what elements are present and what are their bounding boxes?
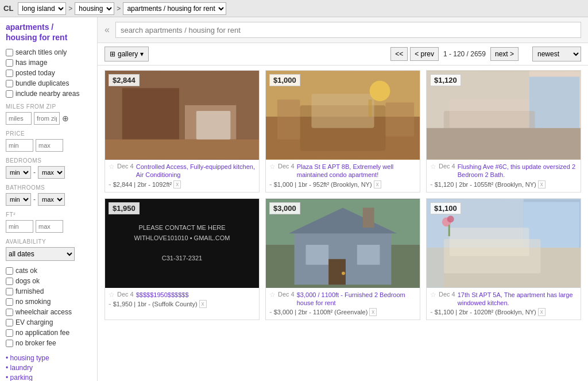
- filter-posted-today[interactable]: posted today: [6, 69, 91, 77]
- bath-min-select[interactable]: min: [6, 193, 31, 206]
- listing-title[interactable]: Controlled Access, Fully-equipped kitche…: [136, 163, 256, 179]
- filter-has-image[interactable]: has image: [6, 59, 91, 67]
- svg-rect-33: [450, 228, 529, 256]
- filter-wheelchair[interactable]: wheelchair access: [6, 308, 91, 316]
- prev-prev-button[interactable]: <<: [390, 47, 408, 61]
- topbar: CL long island > housing > apartments / …: [0, 0, 588, 17]
- listing-title[interactable]: Plaza St E APT 8B, Extremely well mainta…: [297, 163, 416, 179]
- wheelchair-checkbox[interactable]: [6, 309, 13, 316]
- price-max-input[interactable]: [36, 139, 63, 152]
- price-min-input[interactable]: [6, 139, 33, 152]
- has-image-checkbox[interactable]: [6, 59, 13, 67]
- listing-price: $1,120: [430, 74, 461, 86]
- listing-star[interactable]: ☆: [269, 163, 276, 171]
- filter-no-smoking[interactable]: no smoking: [6, 298, 91, 306]
- listing-card[interactable]: $1,000 ☆ Dec 4 Plaza St E APT 8B, Extrem…: [265, 70, 420, 193]
- listing-image-wrapper: $1,120: [427, 71, 581, 160]
- listing-title[interactable]: Flushing Ave #6C, this update oversized …: [458, 163, 577, 179]
- listing-star[interactable]: ☆: [109, 291, 115, 299]
- listing-star[interactable]: ☆: [430, 291, 436, 299]
- filter-dogs[interactable]: dogs ok: [6, 277, 91, 285]
- search-titles-checkbox[interactable]: [6, 49, 13, 56]
- miles-input[interactable]: [6, 112, 32, 125]
- laundry-link[interactable]: laundry: [6, 364, 91, 372]
- housing-type-link[interactable]: housing type: [6, 354, 91, 362]
- dogs-checkbox[interactable]: [6, 278, 13, 285]
- no-broker-checkbox[interactable]: [6, 340, 13, 347]
- listing-card[interactable]: $2,844 ☆ Dec 4 Controlled Access, Fully-…: [105, 70, 260, 193]
- bath-max-select[interactable]: max: [38, 193, 65, 206]
- listing-star[interactable]: ☆: [109, 163, 115, 171]
- prev-button[interactable]: < prev: [410, 47, 439, 61]
- listing-location: (Brooklyn, NY): [495, 181, 536, 188]
- parking-link[interactable]: parking: [6, 374, 91, 381]
- price-row: [6, 139, 91, 152]
- no-smoking-checkbox[interactable]: [6, 298, 13, 306]
- dismiss-button[interactable]: x: [538, 180, 546, 188]
- minus-button[interactable]: -: [430, 180, 433, 188]
- minus-button[interactable]: -: [269, 180, 272, 188]
- location-select[interactable]: long island: [18, 2, 66, 15]
- minus-button[interactable]: -: [109, 300, 111, 308]
- listing-star[interactable]: ☆: [430, 163, 436, 171]
- filter-furnished[interactable]: furnished: [6, 287, 91, 295]
- filter-ev[interactable]: EV charging: [6, 318, 91, 326]
- filter-search-titles[interactable]: search titles only: [6, 48, 91, 56]
- no-app-fee-checkbox[interactable]: [6, 329, 13, 337]
- listing-card[interactable]: $3,000 ☆ Dec 4 $3,000 / 1100ft - Furnish…: [265, 198, 420, 321]
- nearby-areas-checkbox[interactable]: [6, 90, 13, 98]
- listing-star[interactable]: ☆: [269, 291, 276, 299]
- bedrooms-label: BEDROOMS: [6, 157, 91, 164]
- minus-button[interactable]: -: [269, 308, 272, 316]
- category2-select[interactable]: apartments / housing for rent: [123, 2, 226, 15]
- sqft-max-input[interactable]: [36, 220, 63, 233]
- minus-button[interactable]: -: [430, 308, 433, 316]
- svg-rect-15: [529, 77, 579, 134]
- filter-no-broker[interactable]: no broker fee: [6, 339, 91, 347]
- location-icon[interactable]: ⊕: [62, 114, 69, 123]
- listing-info: ☆ Dec 4 17th St APT 5A, The apartment ha…: [427, 288, 581, 320]
- bed-min-select[interactable]: min: [6, 166, 31, 179]
- collapse-button[interactable]: «: [105, 25, 110, 35]
- listing-location: (Brooklyn, NY): [495, 309, 536, 315]
- price-section: PRICE: [6, 130, 91, 152]
- dismiss-button[interactable]: x: [374, 180, 381, 188]
- search-input[interactable]: [115, 22, 581, 38]
- zip-input[interactable]: [34, 112, 60, 125]
- listing-card[interactable]: $1,100 ☆ Dec 4 17th St APT 5A, The apart…: [426, 198, 581, 321]
- listing-image-wrapper: PLEASE CONTACT ME HEREWITHLOVE101010 • G…: [105, 199, 259, 288]
- listing-title[interactable]: $$$$$1950$$$$$$: [136, 291, 189, 299]
- listing-date: Dec 4: [117, 163, 134, 170]
- dismiss-button[interactable]: x: [199, 300, 207, 308]
- filter-cats[interactable]: cats ok: [6, 267, 91, 275]
- dismiss-button[interactable]: x: [369, 308, 377, 316]
- availability-select[interactable]: all dates: [6, 247, 75, 261]
- dismiss-button[interactable]: x: [173, 180, 181, 188]
- furnished-checkbox[interactable]: [6, 288, 13, 295]
- ev-checkbox[interactable]: [6, 319, 13, 326]
- bed-max-select[interactable]: max: [38, 166, 65, 179]
- listing-location: (Greenvale): [334, 309, 368, 315]
- listing-title-row: ☆ Dec 4 $3,000 / 1100ft - Furnished 2 Be…: [269, 291, 416, 307]
- category1-select[interactable]: housing: [75, 2, 114, 15]
- listing-date: Dec 4: [117, 291, 134, 298]
- filter-no-app-fee[interactable]: no application fee: [6, 329, 91, 337]
- filter-nearby-areas[interactable]: include nearby areas: [6, 90, 91, 98]
- cats-checkbox[interactable]: [6, 267, 13, 275]
- listing-card[interactable]: $1,120 ☆ Dec 4 Flushing Ave #6C, this up…: [426, 70, 581, 193]
- bundle-dupes-checkbox[interactable]: [6, 80, 13, 87]
- posted-today-checkbox[interactable]: [6, 70, 13, 77]
- sort-select[interactable]: newest price asc price desc: [532, 47, 581, 61]
- minus-button[interactable]: -: [109, 180, 111, 188]
- listing-meta: - $3,000 | 2br - 1100ft² (Greenvale) x: [269, 308, 416, 316]
- listing-card[interactable]: PLEASE CONTACT ME HEREWITHLOVE101010 • G…: [105, 198, 260, 321]
- filter-bundle-dupes[interactable]: bundle duplicates: [6, 79, 91, 87]
- gallery-button[interactable]: ⊞ gallery ▾: [105, 47, 149, 61]
- arrow-1: >: [68, 5, 72, 13]
- next-button[interactable]: next >: [490, 47, 519, 61]
- listing-title[interactable]: $3,000 / 1100ft - Furnished 2 Bedroom ho…: [297, 291, 416, 307]
- listing-info: ☆ Dec 4 $$$$$1950$$$$$$ - $1,950 | 1br -…: [105, 288, 259, 311]
- sqft-min-input[interactable]: [6, 220, 33, 233]
- listing-title[interactable]: 17th St APT 5A, The apartment has large …: [458, 291, 577, 307]
- dismiss-button[interactable]: x: [538, 308, 546, 316]
